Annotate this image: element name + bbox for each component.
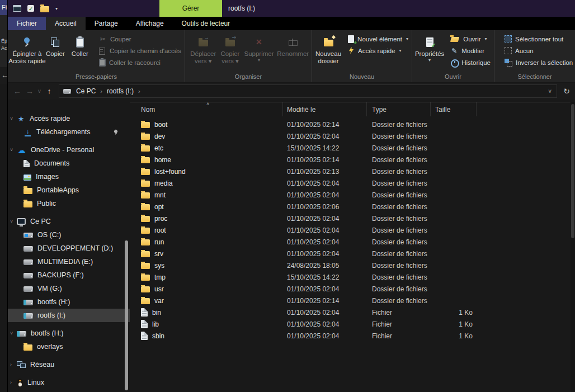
file-name-cell: var [130,297,283,305]
aucun-button[interactable]: Aucun [502,45,575,56]
expander-collapsed-icon[interactable]: › [10,380,12,385]
column-header-taille[interactable]: Taille [431,102,477,116]
column-header-modifie-le[interactable]: Modifié le [283,102,367,116]
modifier-button[interactable]: Modifier [448,45,493,56]
file-name-cell: home [130,156,283,164]
address-field[interactable]: Ce PC›rootfs (I:)› ˅ [59,84,557,98]
sidebar-item-onedrive-personal[interactable]: ˅OneDrive - Personal [8,143,130,157]
bg-back-icon: ← [0,67,7,84]
scrollbar-thumb[interactable] [571,104,574,238]
file-row-proc[interactable]: proc01/10/2025 02:04Dossier de fichiers [130,212,571,224]
sidebar-item-acces-rapide[interactable]: ˅Accès rapide [8,112,130,125]
sidebar-item-documents[interactable]: Documents [8,157,130,170]
breadcrumb-rootfs-i[interactable]: rootfs (I:) [103,85,138,97]
sidebar-item-bootfs-h[interactable]: ˅bootfs (H:) [8,327,130,340]
acces-rapide-button[interactable]: Accès rapide▾ [346,45,411,56]
file-row-usr[interactable]: usr01/10/2025 02:04Dossier de fichiers [130,283,571,295]
back-icon[interactable]: ← [11,85,23,97]
sidebar-item-public[interactable]: Public [8,197,130,210]
tab-accueil[interactable]: Accueil [46,17,86,30]
file-row-sbin[interactable]: sbin01/10/2025 02:04Fichier1 Ko [130,330,571,342]
folder-icon [141,169,150,175]
forward-icon[interactable]: → [23,85,36,97]
nouvel-element-button[interactable]: Nouvel élément▾ [346,33,411,45]
file-row-etc[interactable]: etc15/10/2025 14:22Dossier de fichiers [130,142,571,154]
tab-partage[interactable]: Partage [86,17,127,30]
file-row-root[interactable]: root01/10/2025 02:04Dossier de fichiers [130,224,571,236]
sidebar-item-os-c[interactable]: OS (C:) [8,228,130,242]
renommer-button[interactable]: Renommer [276,32,310,58]
file-modified-cell: 01/10/2025 02:04 [283,215,367,223]
selectionner-tout-button[interactable]: Sélectionner tout [502,33,575,45]
file-list-pane[interactable]: NomModifié leTypeTaille˄ boot01/10/2025 … [130,100,575,392]
file-row-opt[interactable]: opt01/10/2025 02:06Dossier de fichiers [130,201,571,212]
file-row-tmp[interactable]: tmp15/10/2025 14:22Dossier de fichiers [130,271,571,283]
sidebar-item-backups-f[interactable]: BACKUPS (F:) [8,268,130,282]
sidebar-scrollbar[interactable] [125,240,128,390]
sidebar-item-ce-pc[interactable]: ˅Ce PC [8,215,130,228]
copier-vers-button[interactable]: Copiervers ▾ [219,32,242,65]
customize-qat-caret-icon[interactable]: ▾ [55,6,58,11]
coller-le-raccourci-button[interactable]: Coller le raccourci [97,56,183,68]
file-row-bin[interactable]: bin01/10/2025 02:04Fichier1 Ko [130,306,571,318]
manage-contextual-tab-header[interactable]: Gérer [159,0,222,17]
file-row-media[interactable]: media01/10/2025 02:04Dossier de fichiers [130,177,571,189]
sidebar-item-vm-g[interactable]: VM (G:) [8,282,130,295]
file-row-boot[interactable]: boot01/10/2025 02:14Dossier de fichiers [130,119,571,130]
tab-outils-de-lecteur[interactable]: Outils de lecteur [173,17,239,30]
file-row-sys[interactable]: sys24/08/2025 18:05Dossier de fichiers [130,259,571,271]
expander-expanded-icon[interactable]: ˅ [10,219,13,224]
file-row-run[interactable]: run01/10/2025 02:04Dossier de fichiers [130,236,571,248]
sidebar-item-images[interactable]: Images [8,170,130,183]
ouvrir-button[interactable]: Ouvrir▾ [448,33,493,45]
folder-icon [141,157,150,163]
file-list-scrollbar[interactable] [571,102,575,392]
file-row-dev[interactable]: dev01/10/2025 02:04Dossier de fichiers [130,130,571,142]
historique-button[interactable]: Historique [448,56,493,68]
tab-affichage[interactable]: Affichage [127,17,173,30]
sidebar-item-multimedia-e[interactable]: MULTIMEDIA (E:) [8,255,130,268]
sidebar-item-portableapps[interactable]: PortableApps [8,183,130,197]
expander-expanded-icon[interactable]: ˅ [10,330,13,336]
expander-collapsed-icon[interactable]: › [10,362,12,367]
file-row-srv[interactable]: srv01/10/2025 02:04Dossier de fichiers [130,248,571,259]
copier-button[interactable]: Copier [44,32,67,58]
recent-locations-caret-icon[interactable]: ˅ [36,88,43,95]
sidebar-item-rootfs-i[interactable]: rootfs (I:) [8,309,130,322]
couper-button[interactable]: Couper [97,33,183,45]
bg-label-fragment-1: Épi [1,37,7,45]
sidebar-item-linux[interactable]: ›Linux [8,376,130,389]
expander-expanded-icon[interactable]: ˅ [10,147,13,153]
file-row-lib[interactable]: lib01/10/2025 02:04Fichier1 Ko [130,318,571,330]
deplacer-vers-button[interactable]: Déplacervers ▾ [189,32,218,65]
expander-expanded-icon[interactable]: ˅ [10,116,13,121]
refresh-icon[interactable]: ↻ [560,87,573,96]
copier-le-chemin-d-acces-button[interactable]: Copier le chemin d'accès [97,45,183,56]
inverser-la-selection-button[interactable]: Inverser la sélection [502,56,575,68]
file-row-var[interactable]: var01/10/2025 02:14Dossier de fichiers [130,295,571,306]
address-dropdown-caret-icon[interactable]: ˅ [543,88,557,95]
coller-button[interactable]: Coller [68,32,92,58]
background-window-edge[interactable]: Fic Épi Acc ← [0,0,8,392]
properties-shortcut-icon[interactable] [27,5,34,12]
column-header-type[interactable]: Type [367,102,431,116]
nouveau-dossier-button[interactable]: Nouveaudossier [316,32,341,65]
sidebar-item-developpement-d[interactable]: DEVELOPPEMENT (D:) [8,242,130,255]
file-row-mnt[interactable]: mnt01/10/2025 02:04Dossier de fichiers [130,189,571,201]
epingler-a-acces-rapide-button[interactable]: Épingler àAccès rapide [12,32,43,65]
sidebar-item-bootfs-h[interactable]: bootfs (H:) [8,295,130,309]
supprimer-button[interactable]: Supprimer▾ [243,32,275,63]
explorer-window-icon[interactable] [13,5,21,12]
proprietes-button[interactable]: Propriétés▾ [416,32,443,63]
breadcrumb-ce-pc[interactable]: Ce PC [72,85,100,97]
sidebar-item-telechargements[interactable]: Téléchargements [8,125,130,139]
sidebar-item-reseau[interactable]: ›Réseau [8,358,130,371]
up-icon[interactable]: ↑ [43,85,55,97]
sidebar-item-overlays[interactable]: overlays [8,340,130,353]
tab-fichier[interactable]: Fichier [8,17,46,30]
new-folder-shortcut-icon[interactable] [40,6,49,12]
titlebar[interactable]: ▾ Gérer rootfs (I:) [8,0,575,17]
file-row-lost-found[interactable]: lost+found01/10/2025 02:13Dossier de fic… [130,166,571,177]
drive-icon [23,273,33,278]
file-row-home[interactable]: home01/10/2025 02:14Dossier de fichiers [130,154,571,166]
